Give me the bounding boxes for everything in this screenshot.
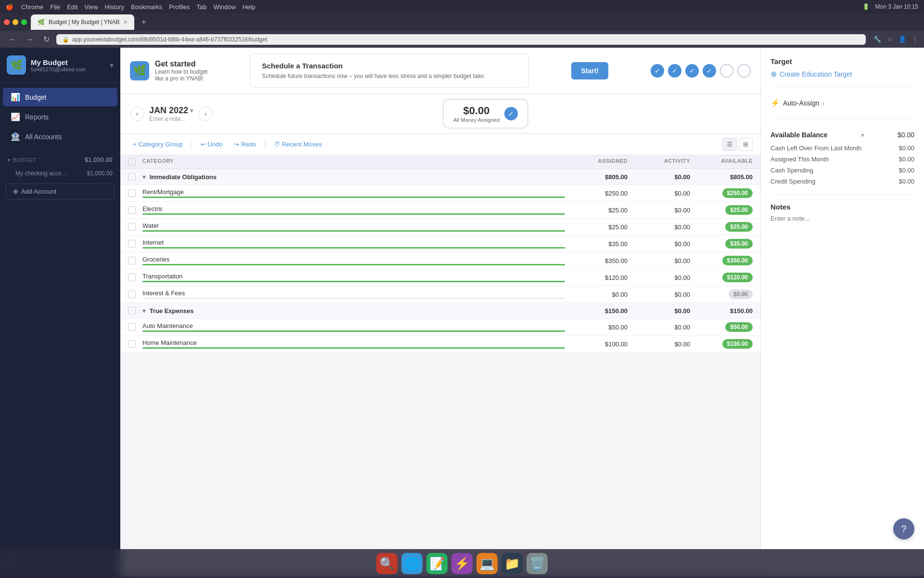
sidebar-item-reports[interactable]: 📈 Reports: [3, 107, 117, 126]
sidebar-item-all-accounts[interactable]: 🏦 All Accounts: [3, 127, 117, 146]
month-nav: ‹ JAN 2022 ▾ Enter a note... ›: [130, 105, 213, 122]
row-checkbox[interactable]: [128, 323, 136, 331]
row-checkbox[interactable]: [128, 257, 136, 264]
dock-notes[interactable]: 📝: [426, 553, 448, 574]
section-amount: $1,000.00: [85, 157, 113, 163]
row-checkbox[interactable]: [128, 206, 136, 214]
row-checkbox[interactable]: [128, 290, 136, 298]
maximize-window[interactable]: [21, 19, 27, 25]
row-checkbox[interactable]: [128, 223, 136, 231]
budget-note[interactable]: Enter a note...: [149, 116, 193, 122]
dock-chrome[interactable]: 🌐: [401, 553, 423, 574]
dock-finder[interactable]: 🔍: [376, 553, 398, 574]
assigned-cell[interactable]: $35.00: [565, 240, 628, 248]
edit-menu[interactable]: Edit: [67, 3, 77, 11]
credit-spending-amount: $0.00: [898, 178, 914, 185]
forward-button[interactable]: →: [23, 34, 37, 45]
history-menu[interactable]: History: [105, 3, 124, 11]
group-collapse-arrow-2[interactable]: ▾: [142, 307, 146, 315]
apple-menu[interactable]: 🍎: [6, 3, 13, 11]
assigned-cell[interactable]: $0.00: [565, 291, 628, 298]
star-icon[interactable]: ☆: [887, 36, 893, 43]
budget-icon: 📊: [11, 92, 20, 102]
dock-terminal[interactable]: 💻: [476, 553, 498, 574]
sidebar-reports-label: Reports: [25, 113, 49, 121]
assigned-amount: $0.00: [453, 105, 500, 117]
address-bar[interactable]: 🔒 app.youneedabudget.com/88d9501d-fd6b-4…: [56, 34, 866, 45]
create-education-target-button[interactable]: ⊕ Create Education Target: [770, 69, 852, 79]
tab-menu[interactable]: Tab: [196, 3, 206, 11]
row-checkbox[interactable]: [128, 274, 136, 281]
file-menu[interactable]: File: [50, 3, 60, 11]
tab-close-icon[interactable]: ✕: [123, 19, 128, 26]
compact-view-button[interactable]: ⊞: [739, 138, 753, 151]
profile-icon[interactable]: 👤: [898, 36, 906, 43]
minimize-window[interactable]: [13, 19, 18, 25]
dock-trash[interactable]: 🗑️: [526, 553, 548, 574]
add-category-group-button[interactable]: + Category Group: [128, 138, 188, 150]
view-menu[interactable]: View: [85, 3, 98, 11]
balance-dropdown-icon[interactable]: ▾: [861, 131, 864, 139]
back-button[interactable]: ←: [6, 34, 19, 45]
balance-header: Available Balance ▾ $0.00: [770, 127, 914, 143]
budget-table: CATEGORY ASSIGNED ACTIVITY AVAILABLE ▾ I…: [120, 155, 760, 576]
available-cell: $35.00: [690, 239, 753, 249]
active-tab[interactable]: 🌿 Budget | My Budget | YNAB ✕: [31, 14, 134, 30]
group-label: Immediate Obligations: [150, 173, 217, 181]
assigned-cell[interactable]: $120.00: [565, 274, 628, 281]
group-assigned-2: $150.00: [565, 307, 628, 315]
start-button[interactable]: Start!: [571, 62, 608, 79]
progress-dot-5: [720, 64, 733, 78]
notes-textarea[interactable]: [770, 215, 914, 236]
next-month-button[interactable]: ›: [198, 106, 213, 121]
sidebar-item-budget[interactable]: 📊 Budget: [3, 88, 117, 106]
prev-month-button[interactable]: ‹: [130, 106, 144, 121]
category-label: Auto Maintenance: [142, 322, 565, 329]
row-checkbox[interactable]: [128, 240, 136, 248]
select-all-checkbox[interactable]: [128, 158, 136, 166]
assigned-cell[interactable]: $250.00: [565, 190, 628, 197]
category-name-cell: Internet: [142, 239, 565, 249]
row-checkbox[interactable]: [128, 189, 136, 197]
macos-status-bar: 🔋 Mon 3 Jan 10:15: [862, 3, 918, 10]
recent-moves-button[interactable]: ⏱ Recent Moves: [269, 138, 327, 150]
available-balance-title: Available Balance: [770, 131, 828, 139]
add-account-button[interactable]: ⊕ Add Account: [6, 184, 115, 199]
budget-dropdown-icon[interactable]: ▾: [110, 61, 114, 70]
assigned-cell[interactable]: $25.00: [565, 207, 628, 214]
available-pill: $25.00: [725, 205, 753, 215]
list-view-button[interactable]: ☰: [722, 138, 737, 151]
sidebar-account-row[interactable]: My checking acco... $1,000.00: [0, 167, 120, 180]
chrome-menu[interactable]: Chrome: [21, 3, 43, 11]
help-menu[interactable]: Help: [243, 3, 256, 11]
profiles-menu[interactable]: Profiles: [169, 3, 190, 11]
section-collapse-icon[interactable]: ▾: [8, 157, 11, 163]
refresh-button[interactable]: ↻: [40, 34, 52, 45]
balance-row-cash-spending: Cash Spending $0.00: [770, 165, 914, 176]
bookmarks-menu[interactable]: Bookmarks: [131, 3, 162, 11]
assigned-cell[interactable]: $350.00: [565, 257, 628, 264]
help-button[interactable]: ?: [893, 518, 914, 539]
group-select-checkbox-2[interactable]: [128, 307, 136, 315]
group-collapse-arrow[interactable]: ▾: [142, 173, 146, 181]
redo-button[interactable]: ↪ Redo: [229, 138, 261, 150]
auto-assign-row[interactable]: ⚡ Auto-Assign ›: [770, 94, 914, 111]
month-dropdown-icon[interactable]: ▾: [190, 107, 193, 114]
assigned-cell[interactable]: $25.00: [565, 223, 628, 231]
undo-button[interactable]: ↩ Undo: [196, 138, 228, 150]
extensions-icon[interactable]: 🔧: [873, 36, 881, 43]
dock-folder[interactable]: 📁: [501, 553, 523, 574]
assigned-cell[interactable]: $50.00: [565, 324, 628, 331]
budget-section-header: ▾ BUDGET $1,000.00: [0, 153, 120, 167]
dock-ynab[interactable]: ⚡: [451, 553, 473, 574]
new-tab-button[interactable]: +: [138, 17, 149, 27]
window-menu[interactable]: Window: [213, 3, 235, 11]
close-window[interactable]: [4, 19, 10, 25]
more-icon[interactable]: ⋮: [912, 36, 918, 43]
schedule-title: Schedule a Transaction: [262, 62, 517, 70]
assigned-cell[interactable]: $100.00: [565, 341, 628, 348]
progress-dots: ✓ ✓ ✓ ✓: [651, 64, 751, 78]
row-checkbox[interactable]: [128, 340, 136, 348]
assigned-month-amount: $0.00: [898, 156, 914, 163]
group-select-checkbox[interactable]: [128, 173, 136, 181]
